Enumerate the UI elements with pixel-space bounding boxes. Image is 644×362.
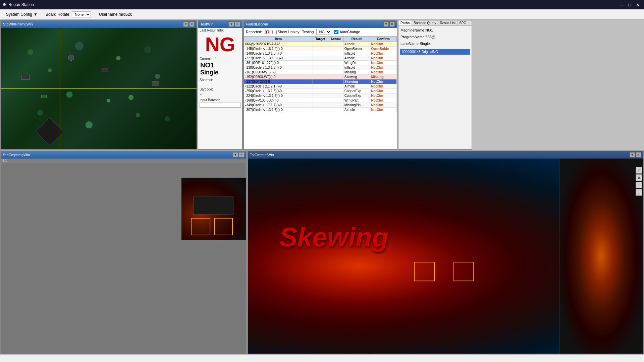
title-controls[interactable]: — □ ✕	[618, 1, 641, 8]
machine-name-row: MachineName:NO1	[400, 27, 470, 34]
cell-actual	[328, 89, 343, 94]
btn-x[interactable]: ✕	[636, 174, 642, 181]
show-hotkey-checkbox-label[interactable]: Show Hotkey	[272, 30, 300, 34]
test-win-close[interactable]: ✕	[235, 21, 240, 27]
cell-target	[313, 98, 328, 103]
std-cmpt-img-minimize[interactable]: ▼	[233, 152, 238, 158]
pcb-view-close[interactable]: ✕	[189, 21, 195, 27]
close-button[interactable]: ✕	[634, 1, 641, 8]
shortcut-label: Shortcut:	[198, 77, 242, 82]
cell-confirm: NotCfm	[370, 56, 397, 61]
cell-item: 666@-20220716-A-143	[244, 42, 313, 47]
tst-cmpt-inf-minimize[interactable]: ▼	[630, 152, 635, 158]
col-confirm: Confirm	[370, 37, 397, 42]
table-row[interactable]: -349(Circle ↓ 1.7 1.7)()-0 MissingPin No…	[244, 103, 397, 108]
tst-cmpt-inf-header: TstCmptInfWin ▼ ✕	[248, 151, 643, 159]
cell-result: Airhole	[343, 84, 370, 89]
cell-target	[313, 94, 328, 98]
cell-confirm: NotCfm	[370, 94, 397, 98]
table-row[interactable]: -145(Circle ↘ 1.6 1.4)()-0 OpenSolder Op…	[244, 47, 397, 51]
paths-tabs: Paths Barcode Query Result List SPC	[398, 20, 472, 26]
autochange-checkbox-label[interactable]: AutoChange	[334, 30, 360, 34]
col-target: Target	[313, 37, 328, 42]
tab-spc[interactable]: SPC	[458, 20, 468, 25]
pcb-view-title: StdWhlPnlImgWin	[3, 22, 33, 26]
table-row[interactable]: -137(SOT23)()-0 Skewing NotCfm	[244, 79, 397, 84]
board-rotate-label: Board Rotate:	[46, 12, 70, 17]
failed-list-minimize[interactable]: ▼	[383, 21, 389, 27]
tst-cmpt-inf-close[interactable]: ✕	[636, 152, 641, 158]
table-row[interactable]: 666@-20220716-A-143 Airhole NotCfm	[244, 42, 397, 47]
cell-confirm: NotCfm	[370, 51, 397, 56]
cell-result: Airhole	[343, 42, 370, 47]
failed-list-scroll[interactable]: Item Target Actual Result Confirm 666@-2…	[244, 36, 397, 149]
pcb-view-minimize[interactable]: ▼	[183, 21, 189, 27]
autochange-checkbox[interactable]	[334, 30, 338, 34]
cell-confirm: NotCfm	[370, 70, 397, 75]
cell-item: -145(Circle ↘ 1.6 1.4)()-0	[244, 47, 313, 51]
table-row[interactable]: -224(Circle ↘ 1.3 1.3)()-0 CopperExp Not…	[244, 94, 397, 98]
table-row[interactable]: -122(Circle ↓ 2.1 2.1)()-0 Airhole NotCf…	[244, 84, 397, 89]
cell-target	[313, 42, 328, 47]
cell-actual	[328, 61, 343, 65]
input-barcode-field[interactable]	[200, 103, 241, 108]
heat-canvas: ✓ ✕ ↑ ↓	[248, 159, 643, 354]
top-row: StdWhlPnlImgWin ▼ ✕	[0, 19, 644, 150]
paths-list-item-0[interactable]: 0000000143 OriginalNG	[400, 49, 470, 55]
table-row[interactable]: -139(Circle ↓ 1.3 1.3)()-0 Inffsold NotC…	[244, 65, 397, 70]
system-config-menu[interactable]: System Config ▼	[3, 11, 41, 17]
cell-actual	[328, 79, 343, 84]
table-row[interactable]: -361(SOP16-1270)()-0 WrngDir NotCfm	[244, 61, 397, 65]
std-cmpt-img-title: StdCmptImgWin	[3, 153, 30, 157]
cell-target	[313, 79, 328, 84]
cell-confirm: NotCfm	[370, 79, 397, 84]
show-hotkey-checkbox[interactable]	[272, 30, 277, 34]
app-title: Repair Station	[8, 2, 34, 7]
cell-item: -224(Circle ↘ 1.3 1.3)()-0	[244, 94, 313, 98]
cell-item: -360(QFP100-500)()-0	[244, 98, 313, 103]
tab-barcode-query[interactable]: Barcode Query	[412, 20, 438, 25]
board-rotate-select[interactable]: None 90 180 270	[72, 11, 91, 17]
cell-item: -161(C0603-WT)()-0	[244, 70, 313, 75]
cell-confirm: NotCfm	[370, 84, 397, 89]
cell-confirm: NotCfm	[370, 65, 397, 70]
test-win-header: TestWin ▼ ✕	[198, 20, 242, 28]
machine-name-display: NO1	[198, 61, 242, 69]
testing-select[interactable]: NG OK All	[316, 29, 331, 35]
maximize-button[interactable]: □	[626, 1, 633, 8]
board-rotate-menu: Board Rotate: None 90 180 270	[42, 11, 94, 18]
btn-check[interactable]: ✓	[636, 167, 642, 174]
pcb-view-panel: StdWhlPnlImgWin ▼ ✕	[0, 20, 197, 150]
machine-name-key: MachineName:	[400, 28, 425, 32]
table-row[interactable]: -307(Circle ↘ 1.3 1.3)()-0 Airhole NotCf…	[244, 108, 397, 112]
failed-list-table: Item Target Actual Result Confirm 666@-2…	[244, 36, 397, 112]
table-row[interactable]: -227(Circle ↘ 1.3 1.3)()-0 Airhole NotCf…	[244, 56, 397, 61]
table-row[interactable]: -256(Circle ↓ 1.3 1.3)()-0 CopperExp Not…	[244, 89, 397, 94]
btn-arrow-down[interactable]: ↓	[636, 189, 642, 196]
table-row[interactable]: -140(Circle ↓ 1.3 1.3)()-0 Inffsold NotC…	[244, 51, 397, 56]
test-win-minimize[interactable]: ▼	[229, 21, 234, 27]
barcode-value: -	[198, 92, 242, 97]
lane-name-display: Single	[198, 69, 242, 77]
cell-confirm: NotCfm	[370, 89, 397, 94]
tab-result-list[interactable]: Result List	[438, 20, 458, 25]
testing-label: Testing	[302, 30, 314, 34]
tab-paths[interactable]: Paths	[398, 20, 412, 25]
btn-arrow-up[interactable]: ↑	[636, 182, 642, 188]
cell-item: -139(Circle ↓ 1.3 1.3)()-0	[244, 65, 313, 70]
cell-confirm: NotCfm	[370, 103, 397, 108]
std-cmpt-img-close[interactable]: ✕	[239, 152, 244, 158]
table-row[interactable]: -360(QFP100-500)()-0 WrngPart NotCfm	[244, 98, 397, 103]
table-row[interactable]: -152(C0603-WT)()-0 Skewing Missing	[244, 75, 397, 79]
cell-result: Airhole	[343, 56, 370, 61]
cell-result: Inffsold	[343, 65, 370, 70]
cell-target	[313, 103, 328, 108]
failed-list-title: FailedListWin	[246, 22, 268, 26]
table-row[interactable]: -161(C0603-WT)()-0 Missing NotCfm	[244, 70, 397, 75]
cell-confirm: NotCfm	[370, 61, 397, 65]
cell-target	[313, 51, 328, 56]
failed-list-close[interactable]: ✕	[389, 21, 395, 27]
cell-item: -256(Circle ↓ 1.3 1.3)()-0	[244, 89, 313, 94]
minimize-button[interactable]: —	[618, 1, 625, 8]
lane-name-row: LaneName:Single	[400, 41, 470, 47]
